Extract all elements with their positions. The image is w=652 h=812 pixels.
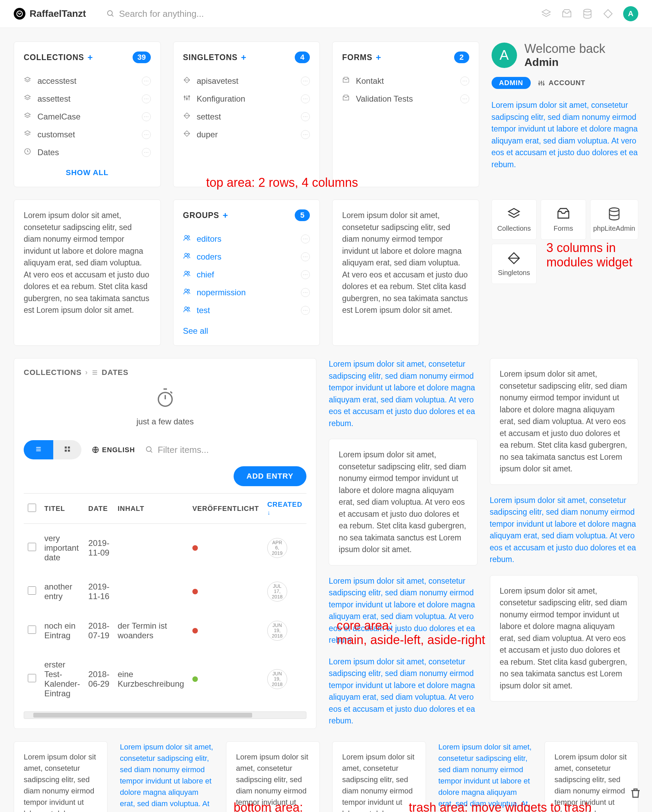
list-item[interactable]: CamelCase⋯ — [24, 108, 151, 126]
collections-show-all[interactable]: SHOW ALL — [24, 168, 151, 177]
list-item[interactable]: Dates⋯ — [24, 143, 151, 161]
list-item[interactable]: Validation Tests⋯ — [342, 90, 469, 108]
bottom-block: Lorem ipsum dolor sit amet, consetetur s… — [14, 741, 107, 812]
add-singleton-icon[interactable]: + — [241, 52, 246, 63]
list-item[interactable]: chief⋯ — [183, 266, 310, 284]
row-checkbox[interactable] — [28, 674, 36, 682]
svg-point-10 — [184, 235, 187, 238]
list-view-button[interactable] — [24, 440, 53, 459]
item-label: test — [197, 305, 210, 315]
module-tile[interactable]: Collections — [491, 200, 537, 240]
item-more-icon[interactable]: ⋯ — [301, 76, 310, 85]
welcome-widget: A Welcome back Admin ADMIN ACCOUNT Lorem… — [491, 41, 638, 187]
table-row[interactable]: noch ein Eintrag 2018-07-19 der Termin i… — [24, 611, 306, 650]
bottom-block: Lorem ipsum dolor sit amet, consetetur s… — [120, 741, 214, 812]
breadcrumb[interactable]: COLLECTIONS › DATES — [24, 368, 306, 377]
table-row[interactable]: erster Test-Kalender-Eintrag 2018-06-29 … — [24, 650, 306, 708]
column-header[interactable]: CREATED↓ — [263, 493, 306, 524]
list-item[interactable]: apisavetest⋯ — [183, 72, 310, 90]
welcome-username: Admin — [525, 56, 605, 69]
item-label: duper — [197, 130, 218, 139]
diamond-icon[interactable] — [603, 8, 614, 19]
svg-point-0 — [17, 11, 23, 17]
item-more-icon[interactable]: ⋯ — [301, 95, 310, 103]
list-item[interactable]: duper⋯ — [183, 126, 310, 143]
item-more-icon[interactable]: ⋯ — [301, 112, 310, 121]
table-row[interactable]: another entry 2019-11-16 JUL17,2018 — [24, 572, 306, 611]
column-header[interactable]: DATE — [84, 493, 113, 524]
svg-point-13 — [187, 254, 189, 256]
module-label: phpLiteAdmin — [593, 224, 635, 232]
list-item[interactable]: editors⋯ — [183, 230, 310, 248]
list-item[interactable]: customset⋯ — [24, 126, 151, 143]
list-item[interactable]: Konfiguration⋯ — [183, 90, 310, 108]
aside-right: Lorem ipsum dolor sit amet, consetetur s… — [490, 358, 638, 729]
account-link[interactable]: ACCOUNT — [537, 79, 585, 87]
row-checkbox[interactable] — [28, 543, 36, 551]
item-more-icon[interactable]: ⋯ — [301, 270, 310, 279]
list-icon — [91, 369, 98, 376]
layers-icon[interactable] — [541, 8, 552, 19]
item-more-icon[interactable]: ⋯ — [460, 76, 469, 85]
item-icon — [342, 94, 351, 104]
item-more-icon[interactable]: ⋯ — [301, 252, 310, 261]
module-label: Singletons — [495, 269, 534, 277]
column-header[interactable]: INHALT — [113, 493, 188, 524]
item-icon — [24, 112, 33, 122]
add-entry-button[interactable]: ADD ENTRY — [234, 466, 307, 486]
module-tile[interactable]: Singletons — [491, 244, 537, 284]
inbox-icon[interactable] — [561, 8, 572, 19]
database-icon[interactable] — [582, 8, 593, 19]
add-collection-icon[interactable]: + — [87, 52, 93, 63]
list-item[interactable]: settest⋯ — [183, 108, 310, 126]
item-icon — [183, 234, 192, 244]
cell-date: 2018-07-19 — [84, 611, 113, 650]
add-form-icon[interactable]: + — [376, 52, 381, 63]
grid-view-button[interactable] — [53, 440, 81, 459]
admin-pill[interactable]: ADMIN — [491, 77, 531, 89]
item-more-icon[interactable]: ⋯ — [142, 112, 151, 121]
item-more-icon[interactable]: ⋯ — [301, 235, 310, 243]
item-more-icon[interactable]: ⋯ — [142, 76, 151, 85]
list-item[interactable]: nopermission⋯ — [183, 284, 310, 301]
aside-block: Lorem ipsum dolor sit amet, consetetur s… — [490, 358, 638, 485]
global-search[interactable]: Search for anything... — [107, 9, 204, 19]
list-item[interactable]: Kontakt⋯ — [342, 72, 469, 90]
brand-name[interactable]: RaffaelTanzt — [29, 8, 86, 19]
item-more-icon[interactable]: ⋯ — [301, 130, 310, 139]
column-header[interactable]: TITEL — [40, 493, 84, 524]
row-checkbox[interactable] — [28, 626, 36, 634]
add-group-icon[interactable]: + — [223, 210, 228, 221]
app-header: RaffaelTanzt Search for anything... A — [0, 0, 652, 28]
select-all-checkbox[interactable] — [28, 504, 36, 512]
logo-icon[interactable] — [14, 8, 25, 20]
trash-button[interactable] — [629, 787, 642, 802]
list-item[interactable]: assettest⋯ — [24, 90, 151, 108]
item-more-icon[interactable]: ⋯ — [142, 130, 151, 139]
list-item[interactable]: test⋯ — [183, 301, 310, 319]
svg-point-8 — [541, 82, 542, 83]
item-more-icon[interactable]: ⋯ — [142, 148, 151, 157]
item-more-icon[interactable]: ⋯ — [301, 306, 310, 315]
collection-entries-main: COLLECTIONS › DATES just a few dates ENG… — [14, 358, 316, 729]
groups-see-all[interactable]: See all — [183, 326, 310, 336]
horizontal-scrollbar[interactable] — [24, 711, 306, 719]
module-tile[interactable]: phpLiteAdmin — [590, 200, 638, 240]
language-selector[interactable]: ENGLISH — [92, 446, 135, 454]
table-row[interactable]: very important date 2019-11-09 APR6,2019 — [24, 524, 306, 572]
item-more-icon[interactable]: ⋯ — [460, 95, 469, 103]
settings-sliders-icon — [537, 79, 545, 87]
welcome-avatar: A — [491, 43, 517, 68]
item-more-icon[interactable]: ⋯ — [142, 95, 151, 103]
list-item[interactable]: accesstest⋯ — [24, 72, 151, 90]
view-toggle[interactable] — [24, 440, 81, 459]
item-icon — [183, 112, 192, 122]
user-avatar[interactable]: A — [623, 6, 638, 21]
row-checkbox[interactable] — [28, 586, 36, 595]
module-tile[interactable]: Forms — [541, 200, 586, 240]
filter-input[interactable]: Filter items... — [145, 445, 306, 455]
item-icon — [183, 288, 192, 297]
column-header[interactable]: VERÖFFENTLICHT — [188, 493, 263, 524]
item-more-icon[interactable]: ⋯ — [301, 288, 310, 297]
list-item[interactable]: coders⋯ — [183, 248, 310, 266]
